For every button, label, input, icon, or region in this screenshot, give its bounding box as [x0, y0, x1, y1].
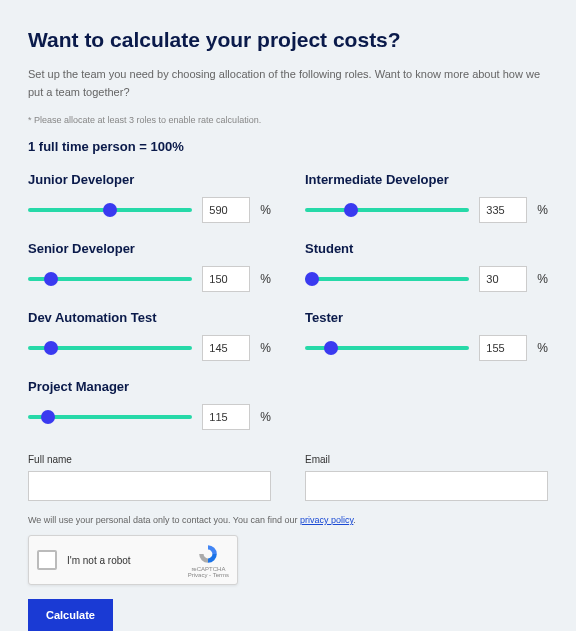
- allocation-value-input[interactable]: [479, 266, 527, 292]
- allocation-value-input[interactable]: [202, 335, 250, 361]
- allocation-value-input[interactable]: [202, 404, 250, 430]
- percent-label: %: [537, 272, 548, 286]
- role-label: Junior Developer: [28, 172, 271, 187]
- slider-thumb[interactable]: [44, 272, 58, 286]
- percent-label: %: [260, 410, 271, 424]
- percent-label: %: [260, 272, 271, 286]
- allocation-value-input[interactable]: [479, 335, 527, 361]
- allocation-slider[interactable]: [305, 270, 469, 288]
- role-allocator: Intermediate Developer %: [305, 172, 548, 223]
- slider-thumb[interactable]: [41, 410, 55, 424]
- slider-track: [305, 277, 469, 281]
- role-allocator: Student %: [305, 241, 548, 292]
- recaptcha-checkbox[interactable]: [37, 550, 57, 570]
- slider-thumb[interactable]: [44, 341, 58, 355]
- allocation-value-input[interactable]: [202, 266, 250, 292]
- slider-thumb[interactable]: [305, 272, 319, 286]
- allocation-slider[interactable]: [28, 270, 192, 288]
- privacy-policy-link[interactable]: privacy policy: [300, 515, 353, 525]
- page-title: Want to calculate your project costs?: [28, 28, 548, 52]
- slider-track: [305, 208, 469, 212]
- slider-thumb[interactable]: [324, 341, 338, 355]
- role-label: Project Manager: [28, 379, 271, 394]
- role-label: Student: [305, 241, 548, 256]
- role-allocator: Tester %: [305, 310, 548, 361]
- role-label: Tester: [305, 310, 548, 325]
- allocation-value-input[interactable]: [202, 197, 250, 223]
- slider-thumb[interactable]: [344, 203, 358, 217]
- percent-label: %: [537, 203, 548, 217]
- role-allocator: Junior Developer %: [28, 172, 271, 223]
- email-input[interactable]: [305, 471, 548, 501]
- equivalence-text: 1 full time person = 100%: [28, 139, 548, 154]
- fullname-label: Full name: [28, 454, 271, 465]
- percent-label: %: [260, 203, 271, 217]
- email-label: Email: [305, 454, 548, 465]
- allocation-slider[interactable]: [305, 201, 469, 219]
- role-label: Senior Developer: [28, 241, 271, 256]
- role-allocator: Dev Automation Test %: [28, 310, 271, 361]
- percent-label: %: [537, 341, 548, 355]
- role-label: Intermediate Developer: [305, 172, 548, 187]
- percent-label: %: [260, 341, 271, 355]
- recaptcha-label: I'm not a robot: [67, 555, 178, 566]
- role-allocator: Senior Developer %: [28, 241, 271, 292]
- privacy-text: We will use your personal data only to c…: [28, 515, 548, 525]
- recaptcha-widget[interactable]: I'm not a robot reCAPTCHA Privacy - Term…: [28, 535, 238, 585]
- allocation-slider[interactable]: [28, 339, 192, 357]
- slider-thumb[interactable]: [103, 203, 117, 217]
- allocation-value-input[interactable]: [479, 197, 527, 223]
- calculate-button[interactable]: Calculate: [28, 599, 113, 631]
- allocation-slider[interactable]: [305, 339, 469, 357]
- allocation-slider[interactable]: [28, 201, 192, 219]
- allocation-note: * Please allocate at least 3 roles to en…: [28, 115, 548, 125]
- allocation-slider[interactable]: [28, 408, 192, 426]
- recaptcha-icon: [197, 543, 219, 565]
- role-label: Dev Automation Test: [28, 310, 271, 325]
- role-allocator: Project Manager %: [28, 379, 271, 430]
- fullname-input[interactable]: [28, 471, 271, 501]
- intro-text: Set up the team you need by choosing all…: [28, 66, 548, 101]
